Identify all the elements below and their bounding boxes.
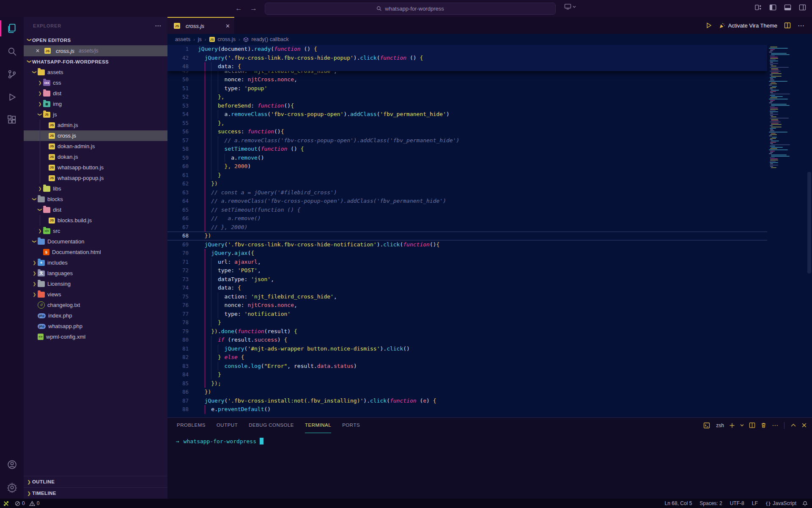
- outline-section[interactable]: ❯ OUTLINE: [24, 476, 167, 487]
- code-line-57[interactable]: 57// a.removeClass('fbv-cross-popup-open…: [167, 136, 767, 145]
- code-line-42[interactable]: 42jQuery('.fbv-cross-link.fbv-cross-hide…: [167, 54, 767, 63]
- tree-item-whatsapp-popup-js[interactable]: JSwhatsapp-popup.js: [24, 173, 167, 183]
- tree-item-dist[interactable]: ❯dist: [24, 88, 167, 99]
- tree-item-views[interactable]: ❯views: [24, 289, 167, 300]
- panel-more-actions-icon[interactable]: ⋯: [772, 422, 778, 429]
- code-line-74[interactable]: 74data: {: [167, 284, 767, 293]
- indentation[interactable]: Spaces: 2: [700, 500, 722, 506]
- settings-gear-icon[interactable]: [0, 476, 24, 499]
- tree-item-licensing[interactable]: ❯Licensing: [24, 279, 167, 289]
- search-sidebar-icon[interactable]: [0, 40, 24, 63]
- code-editor[interactable]: 1jQuery(document).ready(function () {42j…: [167, 45, 812, 417]
- extensions-icon[interactable]: [0, 108, 24, 131]
- tree-item-libs[interactable]: ❯libs: [24, 183, 167, 194]
- open-editor-item-cross-js[interactable]: ✕ JS cross.js assets/js: [24, 45, 167, 56]
- maximize-panel-icon[interactable]: [790, 422, 796, 428]
- tree-item-blocks-build-js[interactable]: JSblocks.build.js: [24, 215, 167, 226]
- encoding[interactable]: UTF-8: [730, 500, 744, 506]
- breadcrumb-js[interactable]: js: [198, 36, 202, 42]
- toggle-panel-icon[interactable]: [784, 4, 791, 11]
- code-line-1[interactable]: 1jQuery(document).ready(function () {: [167, 45, 767, 54]
- panel-tab-problems[interactable]: PROBLEMS: [177, 418, 206, 433]
- code-line-53[interactable]: 53beforeSend: function(){: [167, 102, 767, 110]
- code-line-87[interactable]: 87jQuery('.fbv-cross-install:not(.fbv_in…: [167, 397, 767, 406]
- code-line-86[interactable]: 86}): [167, 388, 767, 397]
- customize-layout-icon[interactable]: [754, 4, 762, 11]
- tree-item-whatsapp-button-js[interactable]: JSwhatsapp-button.js: [24, 162, 167, 173]
- nav-back-icon[interactable]: ←: [235, 4, 242, 13]
- breadcrumb-assets[interactable]: assets: [175, 36, 190, 42]
- nav-forward-icon[interactable]: →: [250, 4, 257, 13]
- tree-item-dokan-js[interactable]: JSdokan.js: [24, 152, 167, 162]
- split-terminal-icon[interactable]: [749, 422, 755, 428]
- tree-item-documentation[interactable]: ❯Documentation: [24, 236, 167, 247]
- tree-item-dokan-admin-js[interactable]: JSdokan-admin.js: [24, 141, 167, 152]
- close-tab-icon[interactable]: ✕: [225, 23, 230, 29]
- editor-scrollbar[interactable]: [806, 45, 812, 417]
- minimap[interactable]: [768, 47, 805, 168]
- code-line-85[interactable]: 85});: [167, 379, 767, 388]
- cursor-position[interactable]: Ln 68, Col 5: [665, 500, 692, 506]
- code-line-77[interactable]: 77type: 'notification': [167, 310, 767, 319]
- kill-terminal-trash-icon[interactable]: [760, 422, 767, 428]
- code-line-52[interactable]: 52},: [167, 93, 767, 102]
- tree-item-whatsapp-php[interactable]: phpwhatsapp.php: [24, 321, 167, 331]
- breadcrumb-symbol[interactable]: ready() callback: [252, 36, 289, 42]
- code-line-84[interactable]: 84}: [167, 370, 767, 379]
- code-line-88[interactable]: 88e.preventDefault(): [167, 405, 767, 414]
- tree-item-index-php[interactable]: phpindex.php: [24, 310, 167, 321]
- code-line-67[interactable]: 67// }, 2000): [167, 223, 767, 232]
- activate-theme-button[interactable]: Activate Vira Theme: [719, 22, 777, 29]
- tree-item-js[interactable]: ❯JSjs: [24, 109, 167, 120]
- editor-more-actions-icon[interactable]: ⋯: [798, 22, 805, 30]
- panel-tab-output[interactable]: OUTPUT: [217, 418, 238, 433]
- code-line-64[interactable]: 64// a.removeClass('fbv-cross-popup-open…: [167, 197, 767, 206]
- code-line-60[interactable]: 60}, 2000): [167, 162, 767, 171]
- tree-item-admin-js[interactable]: JSadmin.js: [24, 120, 167, 130]
- code-line-81[interactable]: 81jQuery('#njt-ads-wrapper button.notice…: [167, 345, 767, 353]
- code-line-61[interactable]: 61}: [167, 171, 767, 180]
- code-line-72[interactable]: 72type: 'POST',: [167, 266, 767, 275]
- tree-item-assets[interactable]: ❯assets: [24, 67, 167, 77]
- code-line-55[interactable]: 55},: [167, 119, 767, 128]
- tree-item-css[interactable]: ❯csscss: [24, 77, 167, 88]
- code-line-75[interactable]: 75action: 'njt_filebird_cross_hide',: [167, 293, 767, 301]
- code-line-78[interactable]: 78}: [167, 318, 767, 327]
- terminal[interactable]: →whatsapp-for-wordpress: [167, 433, 812, 499]
- tree-item-changelog-txt[interactable]: ↺changelog.txt: [24, 300, 167, 310]
- tree-item-dist[interactable]: ❯dist: [24, 204, 167, 215]
- notifications-bell[interactable]: [802, 501, 808, 506]
- code-line-80[interactable]: 80if (result.success) {: [167, 336, 767, 345]
- tree-item-wpml-config-xml[interactable]: <>wpml-config.xml: [24, 331, 167, 342]
- remote-window-button[interactable]: [564, 3, 576, 10]
- code-line-66[interactable]: 66// a.remove(): [167, 214, 767, 223]
- language-mode[interactable]: {} JavaScript: [765, 500, 796, 506]
- code-line-63[interactable]: 63// const a = jQuery('#filebird_cross'): [167, 188, 767, 197]
- explorer-more-actions-icon[interactable]: ⋯: [155, 22, 162, 30]
- panel-tab-ports[interactable]: PORTS: [342, 418, 360, 433]
- tab-cross-js[interactable]: JS cross.js ✕: [167, 17, 234, 34]
- code-line-70[interactable]: 70jQuery.ajax({: [167, 249, 767, 258]
- run-file-icon[interactable]: [705, 22, 712, 29]
- toggle-sidebar-icon[interactable]: [769, 4, 776, 11]
- code-line-56[interactable]: 56success: function(){: [167, 127, 767, 136]
- code-line-73[interactable]: 73dataType: 'json',: [167, 275, 767, 284]
- timeline-section[interactable]: ❯ TIMELINE: [24, 487, 167, 499]
- problems-indicator[interactable]: 0 0: [15, 500, 39, 506]
- open-editors-section[interactable]: ❯ OPEN EDITORS: [24, 35, 167, 45]
- code-line-59[interactable]: 59a.remove(): [167, 154, 767, 163]
- tree-item-blocks[interactable]: ❯blocks: [24, 194, 167, 204]
- tree-item-languages[interactable]: ❯文languages: [24, 268, 167, 279]
- code-line-54[interactable]: 54a.removeClass('fbv-cross-popup-open').…: [167, 110, 767, 119]
- breadcrumb-file[interactable]: cross.js: [218, 36, 236, 42]
- tree-item-cross-js[interactable]: JScross.js: [24, 130, 167, 141]
- code-line-76[interactable]: 76nonce: njtCross.nonce,: [167, 301, 767, 310]
- code-line-69[interactable]: 69jQuery('.fbv-cross-link.fbv-cross-hide…: [167, 240, 767, 249]
- tree-item-img[interactable]: ❯▦img: [24, 99, 167, 109]
- tree-item-src[interactable]: ❯</>src: [24, 226, 167, 236]
- panel-tab-debug-console[interactable]: DEBUG CONSOLE: [249, 418, 294, 433]
- run-debug-icon[interactable]: [0, 86, 24, 108]
- source-control-icon[interactable]: [0, 63, 24, 86]
- toggle-secondary-sidebar-icon[interactable]: [799, 4, 806, 11]
- code-line-62[interactable]: 62}): [167, 179, 767, 188]
